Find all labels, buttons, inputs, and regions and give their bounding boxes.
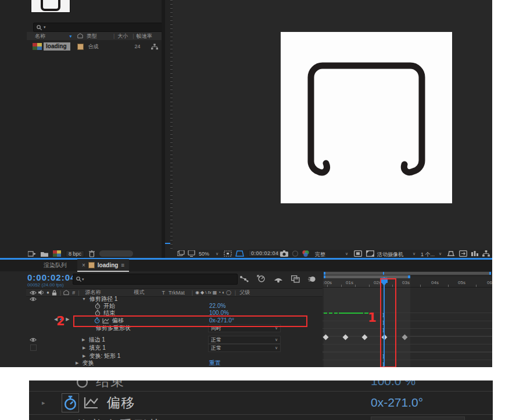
column-name[interactable]: 名称 — [35, 33, 45, 40]
draft-3d-icon[interactable] — [257, 275, 266, 283]
label-column-icon[interactable] — [63, 290, 69, 296]
new-composition-icon[interactable] — [53, 250, 61, 257]
layer-switches-icons[interactable]: ◉◆\ — [195, 290, 207, 295]
magnification-chevron[interactable]: ∨ — [216, 252, 218, 256]
snapshot-camera-icon[interactable] — [280, 250, 288, 257]
tab-composition[interactable]: × loading ≡ — [77, 259, 129, 272]
timeline-search-input[interactable]: ▾ — [73, 274, 238, 285]
property-value[interactable]: 22.0% — [209, 303, 225, 309]
lock-icon[interactable] — [52, 290, 57, 296]
always-preview-icon[interactable] — [177, 250, 185, 257]
choose-grid-icon[interactable] — [224, 250, 232, 257]
keyframe-graph-area[interactable]: I I I I I I I — [323, 277, 492, 367]
group-row-rect-transform[interactable]: ▶ 变换: 矩形 1 — [26, 352, 323, 360]
navigator-start-handle[interactable] — [324, 272, 325, 275]
new-folder-icon[interactable] — [41, 251, 48, 257]
trash-icon[interactable] — [89, 250, 95, 257]
composition-canvas[interactable] — [281, 32, 452, 203]
stage-view-icon[interactable] — [447, 250, 455, 257]
label-color-swatch[interactable] — [77, 44, 84, 50]
frame-counter: 00052 (24.00 fps) — [27, 282, 64, 288]
column-type[interactable]: 类型 — [87, 33, 97, 40]
timeline-button-icon[interactable] — [471, 250, 479, 257]
search-options-chevron[interactable]: ▾ — [82, 277, 84, 282]
mini-flowchart-icon[interactable] — [239, 275, 249, 283]
comp-label-swatch — [88, 262, 95, 268]
motion-blur-icon[interactable] — [308, 275, 316, 283]
tab-render-queue[interactable]: 渲染队列 — [44, 261, 67, 270]
bit-depth-button[interactable]: 8 bpc — [66, 250, 84, 257]
project-item-thumbnail — [31, 0, 70, 13]
strip-trim-select-box — [371, 417, 465, 420]
group-row-fill[interactable]: ▶ 填充 1 正常 ∨ — [26, 344, 323, 351]
search-options-chevron[interactable]: ▾ — [44, 25, 46, 30]
twirl-closed-icon[interactable]: ▶ — [82, 338, 85, 342]
column-framerate[interactable]: 帧速率 — [137, 33, 152, 40]
visibility-eye-icon[interactable] — [30, 338, 37, 342]
group-label[interactable]: 填充 1 — [89, 344, 105, 352]
fx-switch[interactable]: fx — [207, 290, 211, 295]
reset-link[interactable]: 重置 — [209, 360, 221, 367]
visibility-toggle-empty[interactable] — [30, 344, 37, 351]
project-item-row[interactable]: loading 合成 24 — [27, 41, 162, 52]
comp-flowchart-icon[interactable] — [482, 250, 490, 257]
time-navigator-bar[interactable] — [324, 272, 491, 275]
magnification-select[interactable]: 50% — [199, 251, 209, 257]
flowchart-icon[interactable] — [151, 44, 158, 50]
layer-switches-icons-2[interactable]: ▦◔◐◯ — [213, 290, 232, 295]
show-snapshot-icon[interactable] — [292, 250, 299, 257]
current-time-display[interactable]: 0:00:02:04 — [27, 272, 76, 282]
fill-blend-mode-select[interactable]: 正常 ∨ — [208, 344, 281, 352]
work-area-bar[interactable] — [324, 275, 410, 278]
column-trkmat[interactable]: TrkMat — [169, 290, 185, 296]
menu-icon[interactable]: ≡ — [121, 262, 124, 268]
group-label[interactable]: 变换: 矩形 1 — [89, 352, 120, 360]
group-row-transform[interactable]: ▶ 变换 重置 — [26, 360, 323, 367]
label-column-icon[interactable] — [77, 33, 83, 39]
group-label[interactable]: 变换 — [82, 360, 94, 367]
time-ruler[interactable]: :00s 01s 02s 03s 04s 05s 06 — [323, 279, 492, 288]
primary-viewer-icon[interactable] — [188, 250, 195, 257]
interpret-footage-icon[interactable] — [28, 251, 36, 257]
solo-icon[interactable]: ● — [46, 290, 49, 295]
shy-layers-icon[interactable] — [274, 275, 283, 283]
column-t[interactable]: T — [162, 290, 166, 296]
toolbar-timecode[interactable]: 0:00:02:04 — [248, 250, 282, 257]
close-icon[interactable]: × — [82, 262, 85, 268]
ruler-label: 03s — [402, 280, 410, 285]
stopwatch-icon[interactable] — [95, 303, 101, 309]
sort-direction-icon[interactable]: ▼ — [69, 34, 73, 38]
composition-viewer[interactable] — [173, 0, 492, 250]
resolution-chevron[interactable]: ∨ — [345, 252, 348, 256]
twirl-closed-icon[interactable]: ▶ — [83, 346, 85, 350]
pixel-aspect-correction-icon[interactable] — [459, 250, 467, 257]
channel-rgb-icon[interactable] — [302, 250, 310, 257]
visibility-eye-icon[interactable] — [30, 297, 37, 301]
group-label[interactable]: 描边 1 — [88, 336, 105, 344]
project-search-input[interactable]: ▾ — [33, 23, 162, 32]
timeline-switch-icons — [239, 274, 333, 283]
twirl-closed-icon[interactable]: ▶ — [83, 354, 85, 358]
viewer-vertical-ruler — [165, 0, 173, 250]
frame-blending-icon[interactable] — [291, 275, 300, 283]
work-area-end-handle[interactable] — [408, 275, 410, 278]
project-flowchart-pill[interactable] — [99, 250, 133, 257]
column-size[interactable]: 大小 — [117, 33, 128, 40]
region-of-interest-icon[interactable] — [235, 250, 244, 257]
twirl-closed-icon[interactable]: ▶ — [76, 361, 78, 365]
camera-view-chevron[interactable]: ∨ — [413, 252, 415, 256]
column-number[interactable]: # — [72, 290, 75, 296]
next-keyframe-icon[interactable]: ▶ — [66, 317, 69, 322]
audio-speaker-icon[interactable] — [38, 290, 44, 295]
transparency-grid-icon[interactable] — [366, 250, 374, 257]
fast-previews-icon[interactable] — [354, 250, 362, 257]
video-eye-icon[interactable] — [30, 290, 37, 295]
strip-row-offset: ▸ 偏移 0x-271.0° — [29, 391, 493, 414]
group-row-stroke[interactable]: ▶ 描边 1 正常 ∨ — [26, 336, 323, 343]
stroke-blend-mode-select[interactable]: 正常 ∨ — [208, 336, 281, 344]
twirl-open-icon[interactable]: ▼ — [82, 297, 86, 301]
project-item-name[interactable]: loading — [44, 42, 70, 51]
work-area-start-handle[interactable] — [324, 275, 325, 278]
view-layout-chevron[interactable]: ∨ — [439, 252, 442, 256]
navigator-end-handle[interactable] — [489, 272, 491, 275]
